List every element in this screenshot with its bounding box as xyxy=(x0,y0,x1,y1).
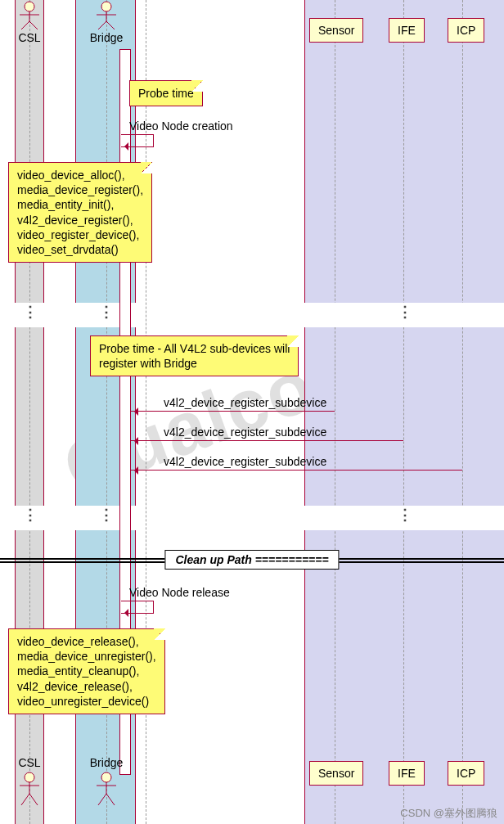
divider-label: Clean up Path =========== xyxy=(164,550,339,570)
svg-point-5 xyxy=(101,2,111,11)
participant-sensor-bottom: Sensor xyxy=(309,761,363,786)
actor-bridge-top: Bridge xyxy=(88,0,124,44)
participant-ife-bottom: IFE xyxy=(389,761,425,786)
participant-ife-top: IFE xyxy=(389,18,425,43)
delay-dots xyxy=(304,506,504,530)
lifeline-ife xyxy=(403,0,404,824)
note-probe-time: Probe time xyxy=(129,80,203,106)
note-release-functions: video_device_release(), media_device_unr… xyxy=(8,628,165,714)
arrow-self-creation xyxy=(121,134,154,147)
delay-dots xyxy=(304,303,504,327)
msg-register-subdevice-ife: v4l2_device_register_subdevice xyxy=(164,426,326,439)
note-probe-subdevices: Probe time - All V4L2 sub-devices will r… xyxy=(90,335,299,376)
arrow-sensor-to-bridge xyxy=(131,411,335,412)
arrow-ife-to-bridge xyxy=(131,440,403,441)
participant-sensor-top: Sensor xyxy=(309,18,363,43)
svg-line-19 xyxy=(106,794,115,805)
svg-point-0 xyxy=(25,2,34,11)
arrow-self-release xyxy=(121,601,154,614)
svg-line-9 xyxy=(106,21,115,29)
msg-register-subdevice-sensor: v4l2_device_register_subdevice xyxy=(164,396,326,409)
divider-cleanup: Clean up Path =========== xyxy=(0,550,504,573)
footer-watermark: CSDN @塞外图腾狼 xyxy=(400,806,497,821)
arrow-icp-to-bridge xyxy=(131,470,462,471)
svg-line-8 xyxy=(98,21,106,29)
svg-line-3 xyxy=(21,21,29,29)
actor-csl-label: CSL xyxy=(13,31,46,44)
note-alloc-functions: video_device_alloc(), media_device_regis… xyxy=(8,162,152,263)
actor-csl-top: CSL xyxy=(13,0,46,44)
delay-dots xyxy=(15,303,44,327)
participant-icp-top: ICP xyxy=(448,18,484,43)
msg-video-node-creation: Video Node creation xyxy=(129,119,233,133)
svg-point-15 xyxy=(101,772,111,782)
lifeline-icp xyxy=(462,0,463,824)
svg-line-13 xyxy=(21,794,29,805)
actor-bridge-label-bot: Bridge xyxy=(88,756,124,769)
actor-bridge-label: Bridge xyxy=(88,31,124,44)
actor-csl-label-bot: CSL xyxy=(13,756,46,769)
msg-register-subdevice-icp: v4l2_device_register_subdevice xyxy=(164,455,326,468)
svg-line-14 xyxy=(29,794,38,805)
svg-line-18 xyxy=(98,794,106,805)
svg-point-10 xyxy=(25,772,34,782)
actor-bridge-bottom: Bridge xyxy=(88,754,124,807)
lifeline-sensor xyxy=(335,0,335,824)
delay-dots xyxy=(15,506,44,530)
participant-icp-bottom: ICP xyxy=(448,761,484,786)
msg-video-node-release: Video Node release xyxy=(129,586,230,599)
svg-line-4 xyxy=(29,21,38,29)
actor-csl-bottom: CSL xyxy=(13,754,46,807)
